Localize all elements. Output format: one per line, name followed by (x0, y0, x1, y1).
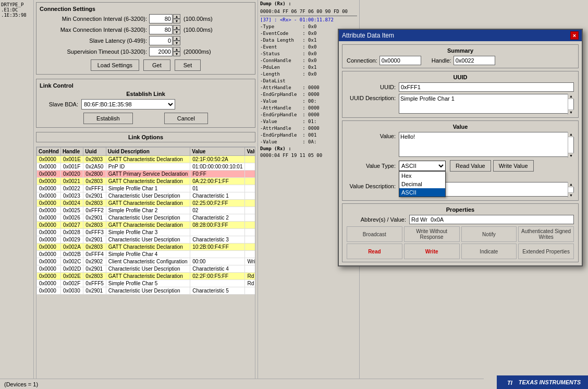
value-desc-scroll-down[interactable]: ▼ (568, 192, 574, 198)
indicate-button[interactable]: Indicate (461, 244, 517, 259)
establish-link-subtitle: Establish Link (40, 91, 252, 97)
value-title: Value (347, 124, 574, 130)
ti-logo-text: TEXAS INSTRUMENTS (519, 379, 581, 385)
uuid-label: UUID: (347, 84, 399, 90)
value-type-select[interactable]: Hex Decimal ASCII (399, 161, 446, 171)
max-conn-interval-down[interactable]: ▼ (173, 30, 180, 34)
table-row[interactable]: 0x00000x002B0xFFF4Simple Profile Char 4 (37, 251, 256, 258)
uuid-title: UUID (347, 74, 574, 80)
notify-button[interactable]: Notify (461, 226, 517, 242)
svg-text:TI: TI (507, 380, 513, 386)
table-row[interactable]: 0x00000x00230x2901Characteristic User De… (37, 192, 256, 200)
col-extra: Valu (245, 148, 255, 156)
uuid-input[interactable] (399, 82, 574, 92)
table-row[interactable]: 0x00000x00300x2901Characteristic User De… (37, 287, 256, 295)
uuid-section: UUID UUID: UUID Description: Simple Prof… (342, 71, 579, 118)
uuid-desc-scroll-down[interactable]: ▼ (568, 110, 574, 115)
establish-button[interactable]: Establish (83, 113, 133, 124)
address-label-3: .1E:35:98 (1, 13, 32, 18)
table-row[interactable]: 0x00000x00200x2800GATT Primary Service D… (37, 171, 256, 178)
min-conn-interval-label: Min Connection Interval (6-3200): (40, 16, 149, 22)
value-section: Value Value: Hello! ▲ ▼ Value Type: (342, 120, 579, 201)
supervision-timeout-up[interactable]: ▲ (173, 47, 180, 52)
write-without-response-button[interactable]: Write Without Response (404, 226, 460, 242)
col-uuid: Uuid (83, 148, 106, 156)
summary-title: Summary (347, 47, 574, 54)
dialog-close-button[interactable]: × (570, 31, 579, 40)
table-row[interactable]: 0x00000x00250xFFF2Simple Profile Char 20… (37, 207, 256, 214)
address-label-2: .E1:DC (1, 7, 32, 13)
dropdown-ascii-option[interactable]: ASCII (399, 188, 445, 197)
max-conn-interval-label: Max Connection Interval (6-3200): (40, 27, 149, 33)
table-row[interactable]: 0x00000x00280xFFF3Simple Profile Char 3 (37, 229, 256, 236)
cancel-button[interactable]: Cancel (164, 113, 208, 124)
uuid-desc-label: UUID Description: (347, 94, 399, 101)
properties-title: Properties (347, 206, 574, 213)
table-row[interactable]: 0x00000x002D0x2901Characteristic User De… (37, 265, 256, 273)
handle-input[interactable] (454, 56, 495, 65)
table-row[interactable]: 0x00000x00260x2901Characteristic User De… (37, 214, 256, 222)
supervision-timeout-label: Supervision Timeout (10-3200): (40, 48, 149, 55)
connection-settings-panel: Connection Settings Min Connection Inter… (36, 2, 255, 75)
authenticated-signed-writes-button[interactable]: Authenticated Signed Writes (518, 226, 574, 242)
broadcast-button[interactable]: Broadcast (347, 226, 402, 242)
value-label: Value: (347, 132, 399, 139)
slave-bda-select[interactable]: 80:6F:B0:1E:35:98 (81, 99, 175, 110)
dialog-titlebar: Attribute Data Item × (339, 30, 582, 41)
set-button[interactable]: Set (175, 59, 201, 71)
col-value: Value (190, 148, 245, 156)
value-desc-scroll-up[interactable]: ▲ (568, 182, 574, 187)
table-row[interactable]: 0x00000x00290x2901Characteristic User De… (37, 236, 256, 244)
link-options-title: Link Options (38, 134, 253, 140)
dropdown-decimal-option[interactable]: Decimal (399, 180, 445, 188)
slave-latency-input[interactable] (149, 36, 173, 45)
connection-label: Connection: (347, 57, 377, 64)
connection-settings-title: Connection Settings (40, 6, 252, 12)
max-conn-interval-input[interactable] (149, 25, 173, 34)
uuid-desc-textarea[interactable]: Simple Profile Char 1 (399, 94, 574, 114)
write-value-button[interactable]: Write Value (493, 160, 534, 172)
table-row[interactable]: 0x00000x002F0xFFF5Simple Profile Char 5R… (37, 280, 256, 287)
table-row[interactable]: 0x00000x001F0x2A50PnP ID01:0D:00:00:00:1… (37, 163, 256, 171)
value-scroll-up[interactable]: ▲ (568, 132, 574, 137)
supervision-timeout-down[interactable]: ▼ (173, 52, 180, 56)
col-conhnd: ConHnd (37, 148, 61, 156)
slave-latency-down[interactable]: ▼ (173, 41, 180, 45)
dropdown-hex-option[interactable]: Hex (399, 172, 445, 180)
table-row[interactable]: 0x00000x002A0x2803GATT Characteristic De… (37, 244, 256, 251)
min-conn-interval-down[interactable]: ▼ (173, 19, 180, 23)
value-textarea[interactable]: Hello! (399, 132, 574, 157)
extended-properties-button[interactable]: Extended Properties (518, 244, 574, 259)
value-scroll-down[interactable]: ▼ (568, 153, 574, 158)
table-row[interactable]: 0x00000x001E0x2803GATT Characteristic De… (37, 156, 256, 163)
min-conn-interval-input[interactable] (149, 14, 173, 23)
max-conn-interval-up[interactable]: ▲ (173, 25, 180, 30)
ti-logo: TI TEXAS INSTRUMENTS (497, 375, 588, 389)
table-row[interactable]: 0x00000x002C0x2902Client Characteristic … (37, 258, 256, 265)
abbrev-input[interactable] (409, 215, 574, 224)
connection-input[interactable] (379, 56, 421, 65)
properties-section: Properties Abbrev(s) / Value: Broadcast … (342, 203, 579, 262)
slave-latency-up[interactable]: ▲ (173, 36, 180, 41)
address-label-1: DRTYPE_P (1, 2, 32, 7)
get-button[interactable]: Get (143, 59, 170, 71)
load-settings-button[interactable]: Load Settings (91, 59, 139, 71)
read-value-button[interactable]: Read Value (450, 160, 491, 172)
dump-rx-title: Dump (Rx) : (258, 0, 359, 7)
supervision-timeout-input[interactable] (149, 47, 173, 56)
table-row[interactable]: 0x00000x00210x2803GATT Characteristic De… (37, 178, 256, 185)
col-uuid-desc: Uuid Description (106, 148, 190, 156)
write-button[interactable]: Write (404, 244, 460, 259)
max-conn-interval-ms: (100.00ms) (183, 27, 213, 33)
uuid-desc-scroll-up[interactable]: ▲ (568, 94, 574, 99)
slave-latency-label: Slave Latency (0-499): (40, 38, 149, 44)
slave-bda-label: Slave BDA: (40, 101, 81, 107)
table-row[interactable]: 0x00000x00240x2803GATT Characteristic De… (37, 200, 256, 207)
table-row[interactable]: 0x00000x00270x2803GATT Characteristic De… (37, 222, 256, 229)
table-row[interactable]: 0x00000x002E0x2803GATT Characteristic De… (37, 273, 256, 280)
min-conn-interval-up[interactable]: ▲ (173, 14, 180, 19)
ti-icon: TI (504, 376, 516, 388)
table-row[interactable]: 0x00000x00220xFFF1Simple Profile Char 10… (37, 185, 256, 192)
read-button[interactable]: Read (347, 244, 402, 259)
value-desc-label: Value Description: (347, 182, 399, 189)
